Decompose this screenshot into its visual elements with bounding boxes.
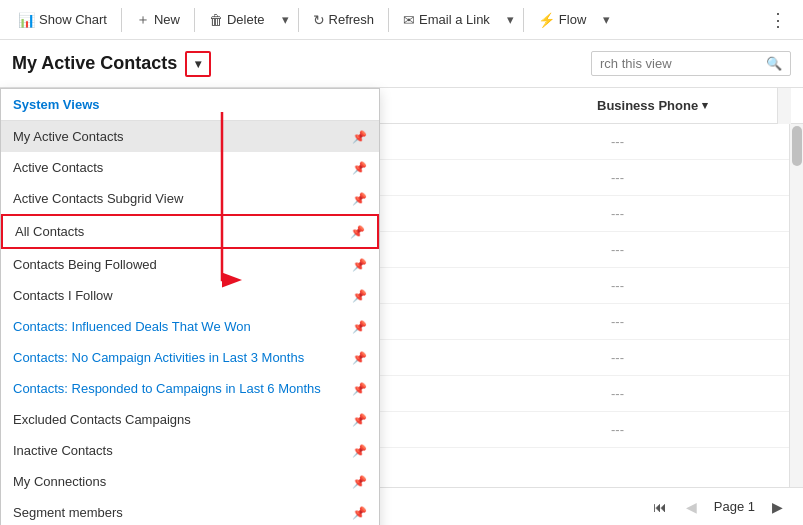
dropdown-item[interactable]: Inactive Contacts📌 (1, 435, 379, 466)
flow-icon: ⚡ (538, 12, 555, 28)
dropdown-item-label: My Connections (13, 474, 106, 489)
dropdown-item[interactable]: Active Contacts Subgrid View📌 (1, 183, 379, 214)
email-link-button[interactable]: ✉ Email a Link (393, 6, 500, 34)
dropdown-item-label: Active Contacts (13, 160, 103, 175)
separator-5 (523, 8, 524, 32)
flow-dropdown-button[interactable]: ▾ (598, 6, 615, 33)
phone-cell: --- (611, 386, 791, 401)
phone-cell: --- (611, 206, 791, 221)
plus-icon: ＋ (136, 11, 150, 29)
dropdown-item[interactable]: Excluded Contacts Campaigns📌 (1, 404, 379, 435)
pin-icon[interactable]: 📌 (352, 475, 367, 489)
pin-icon[interactable]: 📌 (352, 320, 367, 334)
dropdown-item[interactable]: Contacts: No Campaign Activities in Last… (1, 342, 379, 373)
pin-icon[interactable]: 📌 (352, 192, 367, 206)
phone-cell: --- (611, 350, 791, 365)
pin-icon[interactable]: 📌 (352, 289, 367, 303)
dropdown-item-label: Contacts I Follow (13, 288, 113, 303)
refresh-icon: ↻ (313, 12, 325, 28)
phone-cell: --- (611, 422, 791, 437)
ellipsis-icon: ⋮ (769, 9, 787, 31)
view-title-text: My Active Contacts (12, 53, 177, 74)
delete-button[interactable]: 🗑 Delete (199, 6, 275, 34)
dropdown-header: System Views (1, 89, 379, 121)
email-dropdown-button[interactable]: ▾ (502, 6, 519, 33)
phone-cell: --- (611, 278, 791, 293)
trash-icon: 🗑 (209, 12, 223, 28)
phone-column-header[interactable]: Business Phone ▾ (597, 98, 777, 113)
dropdown-items-list: My Active Contacts📌Active Contacts📌Activ… (1, 121, 379, 525)
separator-3 (298, 8, 299, 32)
scrollbar-thumb (792, 126, 802, 166)
search-input[interactable] (600, 56, 760, 71)
delete-dropdown-button[interactable]: ▾ (277, 6, 294, 33)
dropdown-item[interactable]: My Connections📌 (1, 466, 379, 497)
vertical-scrollbar[interactable] (789, 124, 803, 487)
chevron-down-icon-4: ▾ (195, 57, 201, 71)
dropdown-item-label: My Active Contacts (13, 129, 124, 144)
separator-4 (388, 8, 389, 32)
chevron-down-icon-2: ▾ (507, 12, 514, 27)
page-label: Page 1 (714, 499, 755, 514)
show-chart-button[interactable]: 📊 Show Chart (8, 6, 117, 34)
pin-icon[interactable]: 📌 (352, 161, 367, 175)
flow-button[interactable]: ⚡ Flow (528, 6, 596, 34)
dropdown-item-label: Contacts: No Campaign Activities in Last… (13, 350, 304, 365)
dropdown-item[interactable]: Contacts Being Followed📌 (1, 249, 379, 280)
dropdown-item[interactable]: Contacts: Influenced Deals That We Won📌 (1, 311, 379, 342)
dropdown-item[interactable]: Active Contacts📌 (1, 152, 379, 183)
views-dropdown-panel: System Views My Active Contacts📌Active C… (0, 88, 380, 525)
dropdown-item[interactable]: Contacts I Follow📌 (1, 280, 379, 311)
pin-icon[interactable]: 📌 (352, 413, 367, 427)
dropdown-item-label: Contacts Being Followed (13, 257, 157, 272)
phone-cell: --- (611, 242, 791, 257)
dropdown-item[interactable]: Contacts: Responded to Campaigns in Last… (1, 373, 379, 404)
pagination: ⏮ ◀ Page 1 ▶ (646, 493, 791, 521)
toolbar: 📊 Show Chart ＋ New 🗑 Delete ▾ ↻ Refresh … (0, 0, 803, 40)
dropdown-item-label: Excluded Contacts Campaigns (13, 412, 191, 427)
phone-cell: --- (611, 314, 791, 329)
dropdown-item[interactable]: My Active Contacts📌 (1, 121, 379, 152)
dropdown-item-label: Contacts: Influenced Deals That We Won (13, 319, 251, 334)
pin-icon[interactable]: 📌 (352, 382, 367, 396)
separator-2 (194, 8, 195, 32)
phone-cell: --- (611, 170, 791, 185)
view-header-area: My Active Contacts ▾ 🔍 System Views My A… (0, 40, 803, 88)
dropdown-item-label: Active Contacts Subgrid View (13, 191, 183, 206)
pin-icon[interactable]: 📌 (352, 506, 367, 520)
pin-icon[interactable]: 📌 (352, 258, 367, 272)
search-icon[interactable]: 🔍 (766, 56, 782, 71)
more-options-button[interactable]: ⋮ (761, 3, 795, 37)
phone-cell: --- (611, 134, 791, 149)
dropdown-item[interactable]: All Contacts📌 (1, 214, 379, 249)
dropdown-item-label: Segment members (13, 505, 123, 520)
next-page-button[interactable]: ▶ (763, 493, 791, 521)
email-icon: ✉ (403, 12, 415, 28)
pin-icon[interactable]: 📌 (350, 225, 365, 239)
first-page-button[interactable]: ⏮ (646, 493, 674, 521)
new-button[interactable]: ＋ New (126, 5, 190, 35)
pin-icon[interactable]: 📌 (352, 351, 367, 365)
prev-page-button[interactable]: ◀ (678, 493, 706, 521)
dropdown-item-label: All Contacts (15, 224, 84, 239)
dropdown-item[interactable]: Segment members📌 (1, 497, 379, 525)
phone-filter-icon[interactable]: ▾ (702, 99, 708, 112)
view-title: My Active Contacts ▾ (12, 51, 211, 77)
pin-icon[interactable]: 📌 (352, 444, 367, 458)
dropdown-item-label: Contacts: Responded to Campaigns in Last… (13, 381, 321, 396)
chevron-down-icon: ▾ (282, 12, 289, 27)
scrollbar-area (777, 88, 791, 124)
refresh-button[interactable]: ↻ Refresh (303, 6, 385, 34)
search-box: 🔍 (591, 51, 791, 76)
view-header: My Active Contacts ▾ 🔍 (0, 40, 803, 88)
view-dropdown-button[interactable]: ▾ (185, 51, 211, 77)
dropdown-item-label: Inactive Contacts (13, 443, 113, 458)
pin-icon[interactable]: 📌 (352, 130, 367, 144)
chart-icon: 📊 (18, 12, 35, 28)
separator-1 (121, 8, 122, 32)
chevron-down-icon-3: ▾ (603, 12, 610, 27)
